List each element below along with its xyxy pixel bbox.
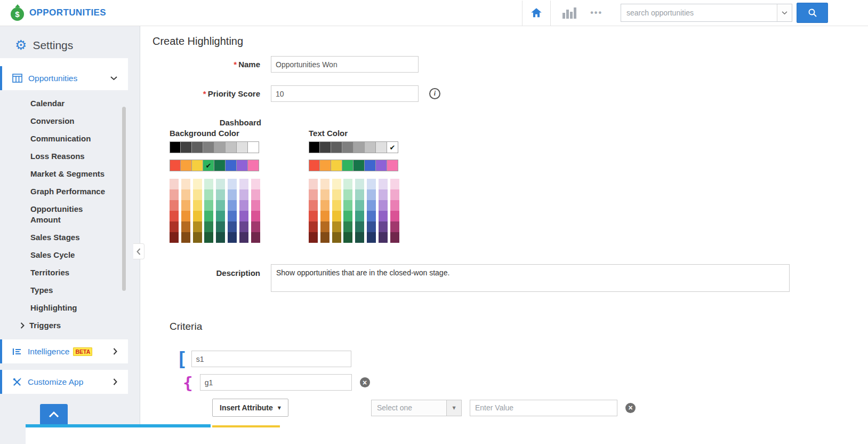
color-swatch[interactable]	[181, 211, 190, 221]
color-swatch[interactable]	[367, 189, 376, 200]
color-swatch[interactable]: ✔	[203, 160, 214, 171]
color-swatch[interactable]	[320, 211, 329, 221]
color-swatch[interactable]	[204, 179, 213, 189]
operator-select[interactable]: Select one ▼	[371, 400, 462, 416]
search-dropdown-toggle[interactable]	[777, 4, 792, 21]
color-swatch[interactable]	[367, 200, 376, 211]
color-swatch[interactable]	[239, 221, 248, 232]
color-swatch[interactable]	[343, 221, 352, 232]
color-swatch[interactable]	[390, 232, 399, 243]
app-brand[interactable]: $ OPPORTUNITIES	[0, 5, 106, 21]
color-swatch[interactable]	[320, 189, 329, 200]
select-caret-box[interactable]: ▼	[446, 400, 461, 416]
color-swatch[interactable]	[355, 221, 364, 232]
sidebar-collapse-toggle[interactable]	[133, 243, 144, 259]
search-input[interactable]	[621, 4, 792, 22]
color-swatch[interactable]	[365, 160, 376, 171]
color-swatch[interactable]	[228, 232, 237, 243]
color-swatch[interactable]	[332, 200, 341, 211]
color-swatch[interactable]	[239, 211, 248, 221]
color-swatch[interactable]	[390, 200, 399, 211]
color-swatch[interactable]	[343, 232, 352, 243]
color-swatch[interactable]	[237, 160, 248, 171]
color-swatch[interactable]	[343, 200, 352, 211]
color-swatch[interactable]	[379, 189, 388, 200]
remove-group-button[interactable]: ×	[360, 377, 370, 387]
color-swatch[interactable]	[251, 189, 260, 200]
sidebar-item-intelligence[interactable]: Intelligence BETA	[0, 339, 128, 363]
color-swatch[interactable]	[204, 211, 213, 221]
color-swatch[interactable]	[239, 200, 248, 211]
color-swatch[interactable]	[376, 160, 387, 171]
color-swatch[interactable]	[332, 232, 341, 243]
color-swatch[interactable]	[342, 141, 353, 153]
color-swatch[interactable]	[251, 200, 260, 211]
search-button[interactable]	[797, 3, 828, 23]
color-swatch[interactable]	[214, 160, 226, 171]
color-swatch[interactable]	[379, 179, 388, 189]
color-swatch[interactable]	[251, 211, 260, 221]
color-swatch[interactable]	[192, 160, 203, 171]
sidebar-item-graph-performance[interactable]: Graph Performance	[0, 183, 128, 200]
color-swatch[interactable]	[181, 221, 190, 232]
priority-score-input[interactable]	[271, 85, 419, 102]
color-swatch[interactable]	[228, 189, 237, 200]
color-swatch[interactable]	[379, 232, 388, 243]
remove-condition-button[interactable]: ×	[625, 403, 636, 413]
color-swatch[interactable]	[332, 221, 341, 232]
color-swatch[interactable]	[331, 160, 342, 171]
reports-button[interactable]	[561, 6, 577, 20]
group-name-input[interactable]	[200, 374, 352, 391]
color-swatch[interactable]	[248, 160, 259, 171]
color-swatch[interactable]	[355, 179, 364, 189]
color-swatch[interactable]	[248, 141, 259, 153]
sidebar-item-loss-reasons[interactable]: Loss Reasons	[0, 147, 128, 165]
color-swatch[interactable]	[216, 189, 225, 200]
sidebar-item-conversion[interactable]: Conversion	[0, 112, 128, 130]
color-swatch[interactable]	[343, 179, 352, 189]
color-swatch[interactable]	[390, 179, 399, 189]
color-swatch[interactable]	[309, 141, 320, 153]
color-swatch[interactable]	[353, 160, 365, 171]
color-swatch[interactable]	[237, 141, 248, 153]
color-swatch[interactable]	[390, 189, 399, 200]
color-swatch[interactable]	[216, 200, 225, 211]
color-swatch[interactable]	[193, 221, 202, 232]
color-swatch[interactable]	[239, 189, 248, 200]
color-swatch[interactable]	[216, 211, 225, 221]
description-textarea[interactable]: Show opportunities that are in the close…	[271, 264, 790, 292]
color-swatch[interactable]	[390, 211, 399, 221]
color-swatch[interactable]	[192, 141, 203, 153]
color-swatch[interactable]	[251, 179, 260, 189]
color-swatch[interactable]	[343, 189, 352, 200]
sidebar-item-types[interactable]: Types	[0, 281, 128, 299]
insert-attribute-button[interactable]: Insert Attribute ▼	[212, 399, 288, 417]
color-swatch[interactable]	[170, 189, 179, 200]
color-swatch[interactable]	[353, 141, 365, 153]
color-swatch[interactable]	[251, 232, 260, 243]
scroll-top-button[interactable]	[40, 404, 68, 424]
set-name-input[interactable]	[191, 351, 351, 367]
info-icon[interactable]: i	[429, 88, 440, 99]
color-swatch[interactable]	[203, 141, 214, 153]
color-swatch[interactable]	[332, 179, 341, 189]
color-swatch[interactable]	[214, 141, 226, 153]
color-swatch[interactable]	[343, 211, 352, 221]
color-swatch[interactable]	[216, 179, 225, 189]
sidebar-item-sales-stages[interactable]: Sales Stages	[0, 228, 128, 246]
color-swatch[interactable]	[204, 200, 213, 211]
color-swatch[interactable]	[367, 221, 376, 232]
color-swatch[interactable]	[367, 211, 376, 221]
color-swatch[interactable]	[332, 189, 341, 200]
color-swatch[interactable]	[204, 221, 213, 232]
name-input[interactable]	[271, 56, 419, 73]
color-swatch[interactable]	[216, 232, 225, 243]
color-swatch[interactable]	[331, 141, 342, 153]
color-swatch[interactable]	[320, 160, 331, 171]
color-swatch[interactable]	[181, 189, 190, 200]
color-swatch[interactable]	[181, 160, 192, 171]
color-swatch[interactable]	[332, 211, 341, 221]
color-swatch[interactable]	[193, 232, 202, 243]
color-swatch[interactable]	[320, 179, 329, 189]
color-swatch[interactable]	[193, 179, 202, 189]
